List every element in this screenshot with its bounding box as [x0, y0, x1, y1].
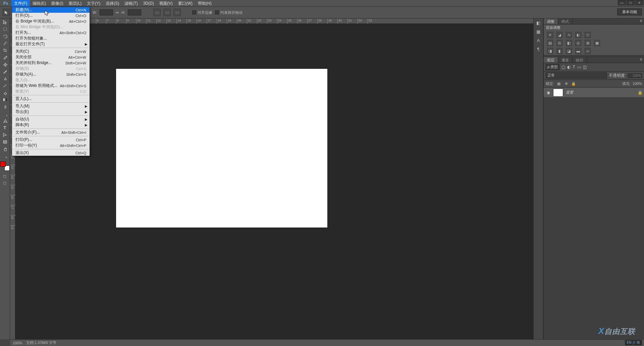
document-canvas[interactable]: [116, 69, 327, 228]
minimize-button[interactable]: —: [618, 0, 626, 5]
wand-tool[interactable]: [0, 40, 10, 47]
fill-value[interactable]: 100%: [633, 82, 642, 86]
tab-paths[interactable]: 路径: [573, 57, 587, 63]
shape-tool[interactable]: [0, 138, 10, 145]
menu-item[interactable]: 文件简介(F)...Alt+Shift+Ctrl+I: [12, 130, 90, 135]
lock-all-icon[interactable]: 🔒: [571, 81, 576, 86]
dodge-tool[interactable]: [0, 110, 10, 117]
bw-icon[interactable]: ◧: [566, 40, 572, 46]
menu-item[interactable]: 打印一份(Y)Alt+Shift+Ctrl+P: [12, 143, 90, 148]
filter-pixel-icon[interactable]: ▢: [561, 65, 565, 69]
brightness-icon[interactable]: ☀: [547, 32, 553, 38]
hand-tool[interactable]: [0, 145, 10, 152]
current-tool-icon[interactable]: [3, 9, 10, 16]
channel-mixer-icon[interactable]: ⊞: [585, 40, 591, 46]
filter-adjust-icon[interactable]: ◐: [567, 65, 571, 69]
menu-item[interactable]: 置入(L)...: [12, 96, 90, 102]
swatches-panel-icon[interactable]: ▦: [534, 27, 543, 36]
screen-mode-icon[interactable]: ◻: [0, 180, 9, 186]
align-left-icon[interactable]: ▭: [153, 9, 161, 16]
eyedropper-tool[interactable]: [0, 54, 10, 61]
menu-item[interactable]: 退出(X)Ctrl+Q: [12, 150, 90, 156]
threshold-icon[interactable]: ◪: [566, 48, 572, 54]
layer-name[interactable]: 背景: [566, 90, 636, 95]
panel-flyout-icon[interactable]: ≡: [638, 18, 644, 24]
menu-窗口[interactable]: 窗口(W): [175, 0, 195, 7]
menu-item[interactable]: 关闭(C)Ctrl+W: [12, 49, 90, 54]
gradient-map-icon[interactable]: ▬: [575, 48, 581, 54]
menu-item[interactable]: 导出(E)▶: [12, 109, 90, 115]
layers-flyout-icon[interactable]: ≡: [638, 57, 644, 63]
color-lookup-icon[interactable]: ▦: [594, 40, 600, 46]
exposure-icon[interactable]: ◐: [575, 32, 581, 38]
lock-pixels-icon[interactable]: ▩: [556, 81, 561, 86]
menu-帮助[interactable]: 帮助(H): [195, 0, 214, 7]
menu-3d[interactable]: 3D(D): [141, 0, 157, 7]
crop-tool[interactable]: [0, 47, 10, 54]
stamp-tool[interactable]: [0, 75, 10, 82]
menu-图像[interactable]: 图像(I): [49, 0, 66, 7]
menu-item[interactable]: 关闭并转到 Bridge...Shift+Ctrl+W: [12, 60, 90, 66]
document-info[interactable]: 文档:1.37M/0 字节: [26, 340, 56, 345]
quick-mask-icon[interactable]: ◻: [0, 173, 9, 180]
color-balance-icon[interactable]: ⚖: [556, 40, 562, 46]
link-wh-icon[interactable]: ⇔: [116, 10, 119, 15]
history-brush[interactable]: [0, 82, 10, 89]
menu-item[interactable]: 打开为智能对象...: [12, 36, 90, 41]
photo-filter-icon[interactable]: ◎: [575, 40, 581, 46]
menu-item[interactable]: 打印(P)...Ctrl+P: [12, 137, 90, 143]
tab-styles[interactable]: 样式: [558, 18, 573, 24]
menu-item[interactable]: 打开为...Alt+Shift+Ctrl+O: [12, 30, 90, 36]
menu-item[interactable]: 导入(M)▶: [12, 103, 90, 109]
selective-color-icon[interactable]: ▱: [585, 48, 591, 54]
workspace-switcher[interactable]: 基本功能: [617, 8, 642, 15]
close-button[interactable]: ×: [635, 0, 643, 5]
invert-icon[interactable]: ◨: [547, 48, 553, 54]
layer-thumbnail[interactable]: [553, 89, 563, 97]
constrain-path-checkbox[interactable]: 约束路径拖动: [215, 10, 243, 15]
curves-icon[interactable]: ∿: [566, 32, 572, 38]
height-input[interactable]: [128, 9, 141, 15]
type-tool[interactable]: T: [0, 124, 10, 131]
hue-sat-icon[interactable]: ▤: [547, 40, 553, 46]
menu-item[interactable]: 存储为(A)...Shift+Ctrl+S: [12, 71, 90, 77]
menu-图层[interactable]: 图层(L): [66, 0, 85, 7]
align-center-icon[interactable]: ▭: [163, 9, 171, 16]
menu-滤镜[interactable]: 滤镜(T): [122, 0, 140, 7]
move-tool[interactable]: [0, 18, 10, 26]
tab-channels[interactable]: 通道: [558, 57, 573, 63]
color-swatches[interactable]: [0, 161, 10, 171]
layer-filter-type[interactable]: ρ 类型: [546, 64, 559, 70]
width-input[interactable]: [100, 9, 113, 15]
filter-shape-icon[interactable]: ▭: [577, 65, 581, 69]
menu-item[interactable]: 打开(O)...Ctrl+O: [12, 13, 90, 18]
menu-文件[interactable]: 文件(F): [11, 0, 30, 7]
maximize-button[interactable]: □: [627, 0, 635, 5]
filter-type-icon[interactable]: T: [573, 65, 575, 69]
menu-item[interactable]: 最近打开文件(T)▶: [12, 41, 90, 47]
zoom-tool[interactable]: [0, 152, 10, 159]
menu-item[interactable]: 存储为 Web 所用格式...Alt+Shift+Ctrl+S: [12, 83, 90, 89]
menu-编辑[interactable]: 编辑(E): [30, 0, 49, 7]
marquee-tool[interactable]: [0, 26, 10, 33]
menu-视图[interactable]: 视图(V): [157, 0, 175, 7]
history-panel-icon[interactable]: ◧: [534, 18, 543, 27]
gradient-tool[interactable]: [0, 96, 10, 103]
zoom-level[interactable]: 100%: [13, 341, 22, 345]
character-panel-icon[interactable]: A: [534, 36, 543, 45]
layer-row-background[interactable]: ◉ 背景 🔒: [544, 88, 644, 98]
menu-item[interactable]: 新建(N)...Ctrl+N: [12, 7, 90, 13]
align-right-icon[interactable]: ▭: [173, 9, 181, 16]
menu-文字[interactable]: 文字(Y): [84, 0, 103, 7]
foreground-color[interactable]: [0, 161, 6, 167]
blend-mode-select[interactable]: 正常: [546, 72, 607, 79]
menu-item[interactable]: 脚本(R)▶: [12, 122, 90, 128]
posterize-icon[interactable]: ▮: [556, 48, 562, 54]
heal-tool[interactable]: [0, 61, 10, 68]
lasso-tool[interactable]: [0, 33, 10, 40]
layer-visibility-icon[interactable]: ◉: [544, 90, 553, 95]
menu-选择[interactable]: 选择(S): [103, 0, 122, 7]
menu-item[interactable]: 关闭全部Alt+Ctrl+W: [12, 54, 90, 60]
levels-icon[interactable]: ◢: [556, 32, 562, 38]
filter-smart-icon[interactable]: ◫: [583, 65, 587, 69]
